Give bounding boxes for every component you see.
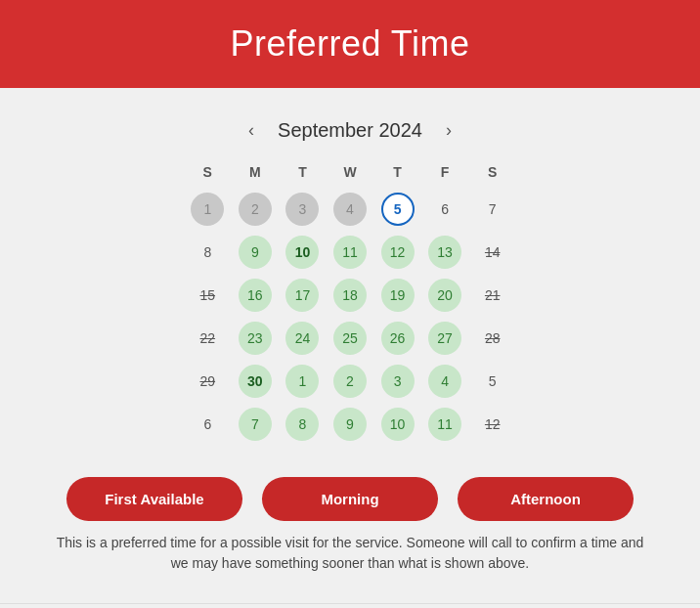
cal-cell-w4-d3: 2 bbox=[327, 362, 374, 401]
time-options: First Available Morning Afternoon bbox=[20, 477, 680, 521]
day-27-circle[interactable]: 27 bbox=[428, 322, 461, 355]
day-26-circle[interactable]: 26 bbox=[381, 322, 415, 355]
info-text: This is a preferred time for a possible … bbox=[20, 533, 680, 574]
page-header: Preferred Time bbox=[0, 0, 700, 88]
cal-cell-w2-d0: 15 bbox=[184, 276, 232, 315]
cal-cell-w4-d6: 5 bbox=[468, 362, 516, 401]
cal-cell-w3-d4: 26 bbox=[373, 319, 421, 358]
day-20-circle[interactable]: 20 bbox=[428, 279, 461, 312]
morning-button[interactable]: Morning bbox=[262, 477, 438, 521]
day-7-circle: 7 bbox=[476, 193, 509, 226]
day-header-tue: T bbox=[279, 158, 327, 186]
day-header-mon: M bbox=[232, 158, 280, 186]
day-12-circle[interactable]: 12 bbox=[381, 236, 415, 269]
next-month-button[interactable]: › bbox=[438, 117, 459, 143]
cal-cell-w3-d5: 27 bbox=[421, 319, 469, 358]
cal-cell-w2-d2: 17 bbox=[279, 276, 327, 315]
cal-cell-w2-d3: 18 bbox=[327, 276, 374, 315]
day-11-circle[interactable]: 11 bbox=[333, 236, 367, 269]
cal-cell-w2-d4: 19 bbox=[373, 276, 421, 315]
cal-cell-w2-d6: 21 bbox=[468, 276, 516, 315]
cal-cell-w3-d1: 23 bbox=[232, 319, 280, 358]
cal-cell-w0-d0: 1 bbox=[184, 190, 232, 229]
day-18-circle[interactable]: 18 bbox=[333, 279, 367, 312]
cal-cell-w3-d0: 22 bbox=[184, 319, 232, 358]
cal-cell-w3-d6: 28 bbox=[468, 319, 516, 358]
calendar-week-2: 891011121314 bbox=[184, 233, 516, 272]
calendar: ‹ September 2024 › S M T W T F S 1234567… bbox=[164, 108, 536, 457]
cal-cell-w4-d4: 3 bbox=[373, 362, 421, 401]
day-1-circle[interactable]: 1 bbox=[191, 193, 224, 226]
main-content: ‹ September 2024 › S M T W T F S 1234567… bbox=[0, 88, 700, 603]
day-5-circle[interactable]: 5 bbox=[381, 193, 415, 226]
calendar-header-row: S M T W T F S bbox=[184, 158, 516, 186]
page-title: Preferred Time bbox=[23, 23, 677, 65]
day-4-circle[interactable]: 4 bbox=[428, 365, 461, 398]
cal-cell-w4-d5: 4 bbox=[421, 362, 469, 401]
day-15-circle: 15 bbox=[191, 279, 224, 312]
day-9-circle[interactable]: 9 bbox=[333, 408, 367, 441]
day-11-circle[interactable]: 11 bbox=[428, 408, 461, 441]
cal-cell-w5-d3: 9 bbox=[327, 405, 374, 444]
day-3-circle[interactable]: 3 bbox=[381, 365, 415, 398]
day-13-circle[interactable]: 13 bbox=[428, 236, 461, 269]
footer-nav: PREVIOUS NEXT bbox=[0, 603, 700, 608]
day-10-circle[interactable]: 10 bbox=[285, 236, 319, 269]
cal-cell-w3-d2: 24 bbox=[279, 319, 327, 358]
prev-month-button[interactable]: ‹ bbox=[241, 117, 262, 143]
day-25-circle[interactable]: 25 bbox=[333, 322, 367, 355]
day-17-circle[interactable]: 17 bbox=[285, 279, 319, 312]
day-header-wed: W bbox=[327, 158, 374, 186]
calendar-week-6: 6789101112 bbox=[184, 405, 516, 444]
day-header-sun: S bbox=[184, 158, 232, 186]
cal-cell-w3-d3: 25 bbox=[327, 319, 374, 358]
cal-cell-w0-d1: 2 bbox=[232, 190, 280, 229]
cal-cell-w4-d0: 29 bbox=[184, 362, 232, 401]
day-4-circle[interactable]: 4 bbox=[333, 193, 367, 226]
cal-cell-w1-d3: 11 bbox=[327, 233, 374, 272]
day-7-circle[interactable]: 7 bbox=[239, 408, 272, 441]
cal-cell-w1-d0: 8 bbox=[184, 233, 232, 272]
calendar-week-3: 15161718192021 bbox=[184, 276, 516, 315]
cal-cell-w5-d1: 7 bbox=[232, 405, 280, 444]
cal-cell-w2-d5: 20 bbox=[421, 276, 469, 315]
day-21-circle: 21 bbox=[476, 279, 509, 312]
cal-cell-w1-d2: 10 bbox=[279, 233, 327, 272]
day-12-circle: 12 bbox=[476, 408, 509, 441]
day-2-circle[interactable]: 2 bbox=[333, 365, 367, 398]
day-30-circle[interactable]: 30 bbox=[239, 365, 272, 398]
day-9-circle[interactable]: 9 bbox=[239, 236, 272, 269]
day-16-circle[interactable]: 16 bbox=[239, 279, 272, 312]
day-6-circle: 6 bbox=[191, 408, 224, 441]
cal-cell-w1-d1: 9 bbox=[232, 233, 280, 272]
day-19-circle[interactable]: 19 bbox=[381, 279, 415, 312]
day-24-circle[interactable]: 24 bbox=[285, 322, 319, 355]
day-1-circle[interactable]: 1 bbox=[285, 365, 319, 398]
cal-cell-w5-d6: 12 bbox=[468, 405, 516, 444]
cal-cell-w0-d2: 3 bbox=[279, 190, 327, 229]
cal-cell-w5-d2: 8 bbox=[279, 405, 327, 444]
month-title: September 2024 bbox=[278, 119, 422, 142]
day-header-fri: F bbox=[421, 158, 469, 186]
day-22-circle: 22 bbox=[191, 322, 224, 355]
cal-cell-w0-d6: 7 bbox=[468, 190, 516, 229]
cal-cell-w2-d1: 16 bbox=[232, 276, 280, 315]
day-3-circle[interactable]: 3 bbox=[285, 193, 319, 226]
day-28-circle: 28 bbox=[476, 322, 509, 355]
afternoon-button[interactable]: Afternoon bbox=[458, 477, 634, 521]
calendar-week-1: 1234567 bbox=[184, 190, 516, 229]
day-23-circle[interactable]: 23 bbox=[239, 322, 272, 355]
day-8-circle[interactable]: 8 bbox=[285, 408, 319, 441]
day-header-thu: T bbox=[373, 158, 421, 186]
day-14-circle: 14 bbox=[476, 236, 509, 269]
cal-cell-w0-d5: 6 bbox=[421, 190, 469, 229]
cal-cell-w1-d6: 14 bbox=[468, 233, 516, 272]
calendar-rows: 1234567891011121314151617181920212223242… bbox=[184, 190, 516, 444]
day-2-circle[interactable]: 2 bbox=[239, 193, 272, 226]
cal-cell-w4-d1: 30 bbox=[232, 362, 280, 401]
day-10-circle[interactable]: 10 bbox=[381, 408, 415, 441]
cal-cell-w0-d4: 5 bbox=[373, 190, 421, 229]
first-available-button[interactable]: First Available bbox=[66, 477, 242, 521]
day-5-circle: 5 bbox=[476, 365, 509, 398]
calendar-week-4: 22232425262728 bbox=[184, 319, 516, 358]
